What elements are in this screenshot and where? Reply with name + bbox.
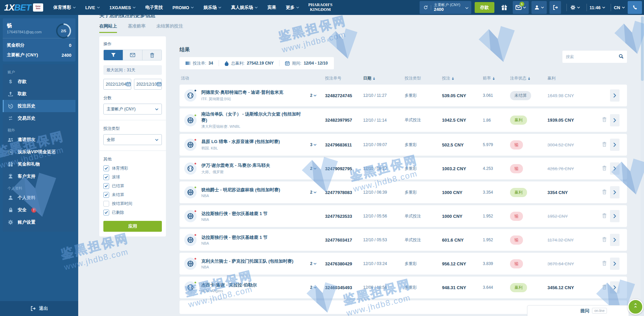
event-title[interactable]: 克利夫兰骑士 - 萨克拉门托国王队 (包括加时赛) <box>201 258 305 264</box>
chevron-down-icon[interactable] <box>313 191 317 193</box>
account-selector[interactable]: 主要帐户 (CNY) 2400 <box>420 1 471 14</box>
event-title[interactable]: 昌原 LG 猎隼 - 水原音速彈 (包括加时赛) <box>201 139 305 145</box>
refresh-balance-icon[interactable] <box>422 5 431 10</box>
trash-icon[interactable] <box>602 284 607 291</box>
sidebar-item[interactable]: 取款 <box>3 88 75 100</box>
expand-count[interactable]: 2 <box>310 93 312 98</box>
profile-progress-ring[interactable]: 2/5 <box>56 23 71 39</box>
expand-count[interactable]: 2 <box>310 261 312 266</box>
row-detail-button[interactable] <box>610 89 620 102</box>
phone-support-button[interactable] <box>628 1 642 14</box>
expand-count[interactable]: 2 <box>310 190 312 195</box>
search-icon[interactable] <box>618 54 624 60</box>
bet-type-select[interactable]: 全部 <box>103 134 162 145</box>
sidebar-item[interactable]: 账户设置 <box>3 216 75 228</box>
nav-item[interactable]: 真人娱乐场 <box>231 4 258 11</box>
vertical-scrollbar[interactable] <box>641 15 644 316</box>
expand-count[interactable]: 3 <box>310 142 312 147</box>
trash-icon[interactable] <box>602 237 607 243</box>
column-header[interactable]: 投注 <box>442 75 483 81</box>
filter-funnel-button[interactable] <box>104 50 123 60</box>
search-input[interactable] <box>566 54 618 59</box>
event-title[interactable]: 南边传单队（女子） - 汤斯维尔火力女篮 (包括加时赛) <box>201 111 305 123</box>
column-header[interactable]: 注单状态 <box>510 75 547 81</box>
expand-count[interactable]: 2 <box>310 166 312 171</box>
tab[interactable]: 未结算的投注 <box>156 23 183 33</box>
date-from-input[interactable]: 2022/12/04 <box>103 79 131 90</box>
row-detail-button[interactable] <box>610 210 620 222</box>
apply-button[interactable]: 应用 <box>103 221 162 232</box>
pharaohs-kingdom-link[interactable]: PHARAOH'S KINGDOM <box>308 3 332 12</box>
scrollbar-thumb[interactable] <box>641 16 644 81</box>
nav-item[interactable]: 更多 <box>286 4 299 11</box>
chat-open-button[interactable]: ⌃⌃ <box>628 299 643 315</box>
tab[interactable]: 在网站上 <box>99 23 117 33</box>
expand-count[interactable]: 2 <box>310 285 312 290</box>
trash-icon[interactable] <box>602 142 607 148</box>
row-detail-button[interactable] <box>610 234 620 246</box>
chevron-down-icon[interactable] <box>313 263 317 265</box>
mail-export-button[interactable] <box>123 50 142 60</box>
checkbox-icon[interactable] <box>103 192 109 198</box>
nav-item[interactable]: PROMO <box>172 5 194 10</box>
row-detail-button[interactable] <box>610 162 620 175</box>
logout-button[interactable]: 退出 <box>0 301 78 316</box>
sidebar-item[interactable]: $存款 <box>3 75 75 88</box>
checkbox-icon[interactable] <box>103 174 109 180</box>
sidebar-item[interactable]: 投注历史 <box>3 100 75 112</box>
checkbox-icon[interactable] <box>103 201 109 207</box>
logout-icon-button[interactable] <box>549 1 561 14</box>
event-title[interactable]: 伊万·谢尔盖奇克 - 马赛尔·库马耶夫 <box>201 162 305 169</box>
event-title[interactable]: 杰西卡·蓬谢 - 克拉拉·伯勒尔 <box>201 282 305 288</box>
row-detail-button[interactable] <box>610 186 620 198</box>
sidebar-item[interactable]: 个人资料 <box>3 192 75 204</box>
trash-icon[interactable] <box>602 117 607 123</box>
filter-checkbox[interactable]: 未结算 <box>103 192 162 198</box>
chevron-down-icon[interactable] <box>313 144 317 146</box>
sidebar-item[interactable]: 奖金和礼物 <box>3 158 75 170</box>
checkbox-icon[interactable] <box>103 183 109 189</box>
row-detail-button[interactable] <box>610 258 620 270</box>
tab[interactable]: 基准赔率 <box>128 23 146 33</box>
sidebar-item[interactable]: 客户支持 <box>3 170 75 182</box>
row-detail-button[interactable] <box>610 281 620 294</box>
trash-icon[interactable] <box>602 189 607 196</box>
column-header[interactable]: 日期 <box>363 75 405 81</box>
row-detail-button[interactable] <box>610 139 620 151</box>
time-selector[interactable]: 11:46 <box>590 5 606 10</box>
calendar-icon[interactable] <box>126 82 131 87</box>
sidebar-item[interactable]: 安全! <box>3 204 75 216</box>
bonus-gift-button[interactable] <box>498 1 510 14</box>
trash-icon[interactable] <box>602 165 607 172</box>
nav-item[interactable]: 娱乐场 <box>203 4 221 11</box>
sidebar-item[interactable]: 交易历史 <box>3 112 75 124</box>
event-title[interactable]: 犹他爵士 - 明尼苏达森林狼 (包括加时赛) <box>201 187 305 193</box>
event-title[interactable]: 达拉斯独行侠 - 密尔沃基雄鹿 1 节 <box>201 211 305 217</box>
filter-checkbox[interactable]: 已结算 <box>103 183 162 189</box>
chevron-down-icon[interactable] <box>313 94 317 96</box>
filter-checkbox[interactable]: 按结算时间 <box>103 201 162 207</box>
nav-item[interactable]: 电子竞技 <box>145 4 163 11</box>
account-filter-select[interactable]: 主要帐户 (CNY) <box>103 104 162 115</box>
nav-item[interactable]: 宾果 <box>267 4 276 11</box>
settings-button[interactable] <box>570 1 581 14</box>
filter-checkbox[interactable]: 体育博彩 <box>103 165 162 171</box>
ask-question-label[interactable]: 提问 <box>580 308 589 314</box>
delete-bets-button[interactable] <box>142 50 162 60</box>
event-title[interactable]: 阿德里安·奥耶特滋巴奇 - 迪诺·普利兹米克 <box>201 89 305 95</box>
trash-icon[interactable] <box>602 261 607 267</box>
sidebar-item[interactable]: %娱乐场VIP现金返还 <box>3 146 75 158</box>
messages-button[interactable]: 1 <box>513 1 529 14</box>
calendar-icon[interactable] <box>157 82 162 87</box>
language-selector[interactable]: CN <box>614 5 625 10</box>
date-to-input[interactable]: 2022/12/10 <box>134 79 162 90</box>
checkbox-icon[interactable] <box>103 165 109 171</box>
filter-checkbox[interactable]: 滚球 <box>103 174 162 180</box>
event-title[interactable]: 达拉斯独行侠 - 密尔沃基雄鹿 1 节 <box>201 234 305 241</box>
filter-checkbox[interactable]: 已删除 <box>103 210 162 215</box>
nav-item[interactable]: 1XGAMES <box>109 5 136 10</box>
checkbox-icon[interactable] <box>103 210 109 215</box>
deposit-button[interactable]: 存款 <box>475 2 494 13</box>
column-header[interactable]: 赔率 <box>483 75 510 81</box>
chevron-down-icon[interactable] <box>313 168 317 170</box>
